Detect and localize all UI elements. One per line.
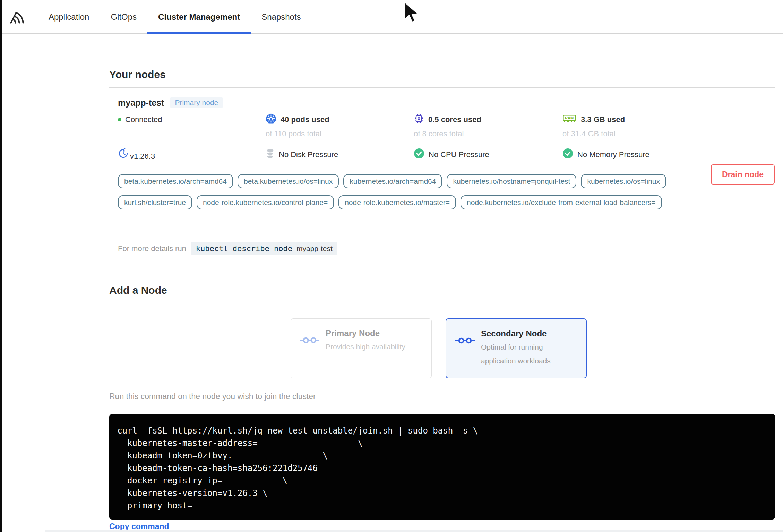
add-node-title: Add a Node	[109, 284, 167, 296]
node-labels: beta.kubernetes.io/arch=amd64 beta.kuber…	[118, 174, 700, 209]
tab-gitops[interactable]: GitOps	[100, 0, 147, 34]
node-label-tag: kubernetes.io/arch=amd64	[343, 174, 442, 188]
command-line: kubernetes-version=v1.26.3 \	[117, 487, 768, 499]
pods-stat: 40 pods used of 110 pods total	[266, 114, 414, 138]
node-version: v1.26.3	[118, 148, 266, 161]
command-line: kubernetes-master-address= \	[117, 437, 768, 449]
version-refresh-icon	[118, 148, 129, 161]
node-name: myapp-test	[118, 98, 164, 108]
node-type-options: Primary Node Provides high availability …	[291, 318, 587, 378]
node-label-tag: node.kubernetes.io/exclude-from-external…	[461, 195, 662, 209]
your-nodes-divider	[109, 87, 775, 88]
tab-application[interactable]: Application	[38, 0, 100, 34]
primary-node-option-title: Primary Node	[326, 328, 405, 338]
node-label-tag: node-role.kubernetes.io/master=	[338, 195, 456, 209]
tab-snapshots[interactable]: Snapshots	[251, 0, 311, 34]
kurl-logo-icon	[9, 9, 24, 26]
mouse-cursor-icon	[401, 1, 421, 25]
connected-dot-icon	[118, 118, 121, 121]
copy-command-link[interactable]: Copy command	[109, 522, 169, 531]
command-line: kubeadm-token-ca-hash=sha256:221d25746	[117, 462, 768, 474]
node-details-hint: For more details run kubectl describe no…	[118, 242, 337, 255]
join-instruction: Run this command on the node you wish to…	[109, 392, 316, 401]
join-command-terminal: curl -fsSL https://kurl.sh/jq-new-test-u…	[109, 414, 775, 520]
kubernetes-icon	[266, 113, 276, 126]
memory-stat: RAM 3.3 GB used of 31.4 GB total	[562, 114, 704, 138]
node-label-tag: kurl.sh/cluster=true	[118, 195, 192, 209]
add-node-divider	[109, 307, 775, 307]
your-nodes-title: Your nodes	[109, 69, 166, 80]
cpu-pressure-condition: No CPU Pressure	[414, 149, 562, 160]
node-label-tag: kubernetes.io/os=linux	[581, 174, 666, 188]
tab-cluster-management[interactable]: Cluster Management	[147, 0, 251, 34]
secondary-node-option-title: Secondary Node	[481, 329, 577, 338]
kubectl-command-chip: kubectl describe node myapp-test	[191, 242, 337, 255]
check-icon	[562, 148, 573, 161]
nav-tabs: Application GitOps Cluster Management Sn…	[38, 0, 312, 34]
check-icon	[414, 148, 424, 161]
window-left-edge	[0, 0, 2, 532]
cores-stat: 0.5 cores used of 8 cores total	[414, 114, 562, 138]
command-line: curl -fsSL https://kurl.sh/jq-new-test-u…	[117, 424, 768, 437]
nodes-icon	[300, 336, 319, 368]
window-bottom-edge	[45, 530, 783, 532]
node-summary: myapp-test Primary node Connected	[118, 96, 704, 161]
primary-node-option[interactable]: Primary Node Provides high availability	[291, 318, 432, 378]
command-line: docker-registry-ip= \	[117, 474, 768, 487]
disk-icon	[266, 148, 275, 161]
node-label-tag: beta.kubernetes.io/os=linux	[238, 174, 339, 188]
memory-pressure-condition: No Memory Pressure	[562, 149, 704, 160]
node-label-tag: kubernetes.io/hostname=jonquil-test	[447, 174, 576, 188]
command-line: kubeadm-token=0ztbvy. \	[117, 449, 768, 462]
command-line: primary-host=	[117, 499, 768, 512]
secondary-node-option[interactable]: Secondary Node Optimal for running appli…	[446, 318, 587, 378]
nodes-icon	[455, 336, 475, 368]
drain-node-button[interactable]: Drain node	[711, 164, 775, 185]
node-status: Connected	[118, 114, 266, 125]
node-label-tag: node-role.kubernetes.io/control-plane=	[197, 195, 334, 209]
top-nav: Application GitOps Cluster Management Sn…	[2, 0, 783, 34]
cpu-icon	[414, 113, 424, 126]
secondary-node-option-description: Optimal for running application workload…	[481, 340, 577, 368]
disk-pressure-condition: No Disk Pressure	[266, 149, 414, 160]
svg-text:RAM: RAM	[565, 116, 574, 120]
primary-node-option-description: Provides high availability	[326, 340, 405, 354]
ram-icon: RAM	[562, 113, 577, 126]
primary-node-badge: Primary node	[170, 97, 223, 108]
node-label-tag: beta.kubernetes.io/arch=amd64	[118, 174, 233, 188]
